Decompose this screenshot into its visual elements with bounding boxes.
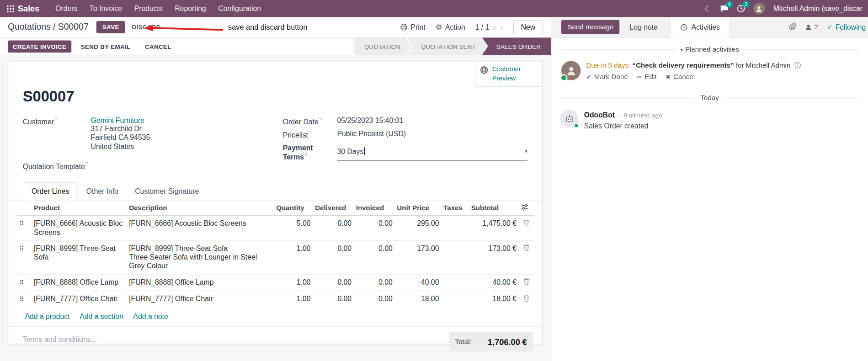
odoobot-avatar[interactable] xyxy=(560,110,579,128)
action-button[interactable]: ⚙ Action xyxy=(436,23,465,32)
save-button[interactable]: SAVE xyxy=(96,21,125,33)
send-message-button[interactable]: Send message xyxy=(561,20,620,34)
order-total: Total: 1,706.00 € xyxy=(449,332,533,351)
new-button[interactable]: New xyxy=(513,20,543,34)
user-avatar[interactable] xyxy=(753,3,765,14)
cancel-button[interactable]: CANCEL xyxy=(140,40,176,53)
payment-terms-field: Payment Terms? 30 Days ▾ xyxy=(283,143,527,161)
delete-row-icon[interactable] xyxy=(519,216,534,240)
nav-item-products[interactable]: Products xyxy=(128,1,169,16)
customer-preview-link[interactable]: Customer Preview xyxy=(475,61,542,87)
pager: 1 / 1 ‹ › xyxy=(475,22,503,32)
breadcrumb-quotations[interactable]: Quotations xyxy=(8,22,51,32)
stage-quotation-sent[interactable]: QUOTATION SENT xyxy=(407,37,487,55)
user-menu[interactable]: Mitchell Admin (save_discar xyxy=(773,5,863,13)
activities-clock-icon[interactable]: 2 xyxy=(737,5,745,13)
terms-and-conditions-input[interactable]: Terms and conditions... xyxy=(23,335,97,344)
create-invoice-button[interactable]: CREATE INVOICE xyxy=(8,40,71,53)
breadcrumb-current: S00007 xyxy=(58,22,89,32)
nav-item-configuration[interactable]: Configuration xyxy=(212,1,267,16)
activity-assignee: for Mitchell Admin xyxy=(736,61,790,69)
activity-due: Due in 5 days: xyxy=(586,61,631,69)
tab-activities[interactable]: Activities xyxy=(670,17,730,38)
pager-value: 1 / 1 xyxy=(475,23,490,31)
field-group: Customer? Gemini Furniture 317 Fairchild… xyxy=(8,116,542,175)
table-row[interactable]: ⠿ [FURN_8999] Three-Seat Sofa [FURN_8999… xyxy=(17,241,534,275)
col-subtotal[interactable]: Subtotal xyxy=(469,201,519,216)
pager-previous-icon[interactable]: ‹ xyxy=(493,22,496,32)
message-timestamp: - 9 minutes ago xyxy=(620,112,662,119)
form-view: Customer Preview S00007 Customer? Gemini… xyxy=(0,55,551,361)
order-line-actions: Add a product Add a section Add a note xyxy=(8,308,542,327)
send-by-email-button[interactable]: SEND BY EMAIL xyxy=(76,40,136,53)
today-divider: Today xyxy=(560,94,859,102)
add-section-link[interactable]: Add a section xyxy=(80,312,123,320)
order-date-label: Order Date? xyxy=(283,116,337,126)
info-icon[interactable] xyxy=(794,62,801,69)
pricelist-field: Pricelist? Public Pricelist (USD) xyxy=(283,130,527,139)
quotation-template-field[interactable]: Quotation Template? xyxy=(23,161,283,170)
annotation-red-arrow xyxy=(144,24,225,35)
app-brand[interactable]: Sales xyxy=(18,4,39,13)
drag-handle-icon[interactable]: ⠿ xyxy=(17,291,32,308)
attachments-button[interactable] xyxy=(788,22,796,32)
following-toggle[interactable]: ✓ Following xyxy=(827,23,866,31)
delete-row-icon[interactable] xyxy=(519,274,534,291)
col-quantity[interactable]: Quantity xyxy=(274,201,313,216)
activity-clock-badge xyxy=(560,74,568,81)
total-value: 1,706.00 € xyxy=(488,337,527,347)
activity-avatar[interactable] xyxy=(561,61,580,80)
mark-done-button[interactable]: ✔Mark Done xyxy=(586,73,628,81)
delete-row-icon[interactable] xyxy=(519,291,534,308)
tab-customer-signature[interactable]: Customer Signature xyxy=(127,183,207,200)
log-note-button[interactable]: Log note xyxy=(625,20,662,35)
cancel-activity-button[interactable]: ✖Cancel xyxy=(666,73,695,81)
table-row[interactable]: ⠿ [FURN_7777] Office Chair [FURN_7777] O… xyxy=(17,291,534,308)
nav-item-reporting[interactable]: Reporting xyxy=(169,1,212,16)
col-unit-price[interactable]: Unit Price xyxy=(395,201,442,216)
payment-terms-input[interactable]: 30 Days ▾ xyxy=(337,143,528,161)
drag-handle-icon[interactable]: ⠿ xyxy=(17,274,32,291)
col-delivered[interactable]: Delivered xyxy=(313,201,354,216)
table-row[interactable]: ⠿ [FURN_6666] Acoustic Bloc Screens [FUR… xyxy=(17,216,534,240)
followers-button[interactable]: 2 xyxy=(805,23,818,31)
tab-order-lines[interactable]: Order Lines xyxy=(23,182,78,201)
delete-row-icon[interactable] xyxy=(519,241,534,275)
customer-link[interactable]: Gemini Furniture xyxy=(91,116,144,124)
planned-activities-header[interactable]: ▾Planned activities xyxy=(560,45,859,53)
nav-item-orders[interactable]: Orders xyxy=(49,1,84,16)
col-description[interactable]: Description xyxy=(127,201,274,216)
stage-sales-order[interactable]: SALES ORDER xyxy=(482,37,551,55)
print-button[interactable]: Print xyxy=(399,23,426,31)
chevron-down-icon[interactable]: ▾ xyxy=(525,148,527,154)
stage-quotation[interactable]: QUOTATION xyxy=(354,37,411,55)
nav-item-to-invoice[interactable]: To Invoice xyxy=(84,1,128,16)
top-navbar: Sales Orders To Invoice Products Reporti… xyxy=(0,0,868,17)
optional-columns-icon[interactable] xyxy=(519,201,534,216)
pricelist-value[interactable]: Public Pricelist (USD) xyxy=(337,130,528,139)
check-icon: ✓ xyxy=(827,23,832,31)
person-icon xyxy=(805,23,812,31)
apps-grid-icon[interactable] xyxy=(5,5,18,12)
order-date-value[interactable]: 05/25/2023 15:40:01 xyxy=(337,116,528,126)
col-taxes[interactable]: Taxes xyxy=(441,201,469,216)
add-note-link[interactable]: Add a note xyxy=(133,312,168,320)
pager-next-icon[interactable]: › xyxy=(500,22,503,32)
table-header-row: Product Description Quantity Delivered I… xyxy=(17,201,534,216)
order-lines-table: Product Description Quantity Delivered I… xyxy=(17,201,534,308)
globe-icon xyxy=(480,66,488,74)
tab-other-info[interactable]: Other Info xyxy=(78,183,127,200)
col-invoiced[interactable]: Invoiced xyxy=(354,201,395,216)
add-product-link[interactable]: Add a product xyxy=(25,312,69,320)
activities-badge: 2 xyxy=(742,1,750,8)
dark-mode-moon-icon[interactable]: ☾ xyxy=(705,4,712,13)
message-author[interactable]: OdooBot xyxy=(584,111,615,119)
document-title: S00007 xyxy=(8,61,542,116)
messages-icon[interactable]: 4 xyxy=(720,5,728,13)
drag-handle-icon[interactable]: ⠿ xyxy=(17,241,32,275)
drag-handle-icon[interactable]: ⠿ xyxy=(17,216,32,240)
edit-activity-button[interactable]: ✏Edit xyxy=(637,73,656,81)
col-product[interactable]: Product xyxy=(32,201,127,216)
message-body: Sales Order created xyxy=(584,122,662,130)
table-row[interactable]: ⠿ [FURN_8888] Office Lamp [FURN_8888] Of… xyxy=(17,274,534,291)
